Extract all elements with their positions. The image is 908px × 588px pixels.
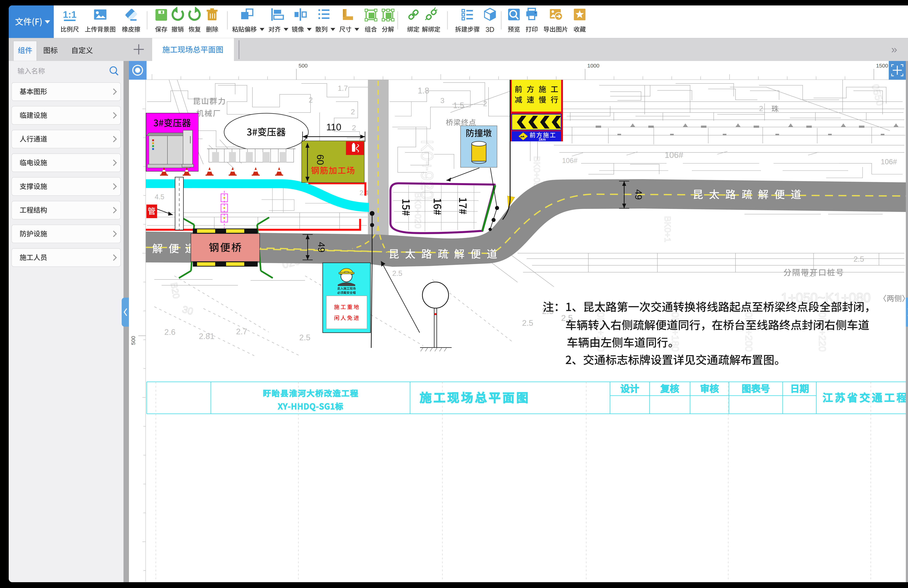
svg-text:2.5: 2.5 — [522, 318, 533, 328]
svg-text:BK0+020: BK0+020 — [413, 192, 423, 228]
svg-text:2.81: 2.81 — [199, 332, 214, 341]
svg-text:2.6: 2.6 — [164, 328, 175, 336]
svg-text:»: » — [891, 43, 897, 55]
svg-text:3: 3 — [440, 96, 444, 104]
svg-text:106#: 106# — [665, 150, 683, 160]
svg-text:K0+920: K0+920 — [418, 140, 437, 200]
svg-text:1km: 1km — [538, 137, 546, 141]
svg-text:106#: 106# — [562, 157, 578, 164]
svg-text:2: 2 — [309, 96, 313, 104]
svg-text:1.7: 1.7 — [338, 84, 348, 92]
svg-text:500: 500 — [130, 336, 136, 345]
svg-text:2.5: 2.5 — [392, 269, 402, 277]
svg-text:2: 2 — [352, 124, 356, 132]
svg-text:1000: 1000 — [587, 63, 599, 69]
svg-text:4.5: 4.5 — [155, 193, 164, 201]
svg-text:0K0+160: 0K0+160 — [596, 312, 606, 352]
svg-text:60: 60 — [315, 154, 325, 165]
svg-text:110: 110 — [326, 122, 341, 132]
svg-text:2.4: 2.4 — [359, 189, 369, 196]
svg-text:2: 2 — [351, 108, 355, 116]
svg-text:2.5: 2.5 — [853, 255, 864, 263]
svg-text:1500: 1500 — [876, 63, 888, 69]
svg-text:BK0+1: BK0+1 — [663, 216, 673, 242]
svg-text:49: 49 — [316, 242, 327, 252]
svg-text:49: 49 — [633, 189, 644, 200]
svg-text:3D: 3D — [486, 26, 494, 34]
svg-text:2.5: 2.5 — [561, 313, 573, 323]
svg-text:2: 2 — [759, 104, 763, 112]
svg-text:0K0+200: 0K0+200 — [744, 312, 754, 352]
svg-text:500: 500 — [299, 63, 307, 69]
svg-text:1.5: 1.5 — [453, 101, 464, 110]
svg-text:2: 2 — [483, 100, 487, 108]
svg-text:2.7: 2.7 — [236, 327, 247, 336]
svg-text:1:1: 1:1 — [63, 9, 76, 20]
svg-text:0K0+220: 0K0+220 — [817, 312, 828, 352]
svg-text:106#: 106# — [881, 158, 897, 166]
svg-text:2.5: 2.5 — [299, 333, 310, 342]
svg-text:1.8: 1.8 — [418, 86, 429, 95]
